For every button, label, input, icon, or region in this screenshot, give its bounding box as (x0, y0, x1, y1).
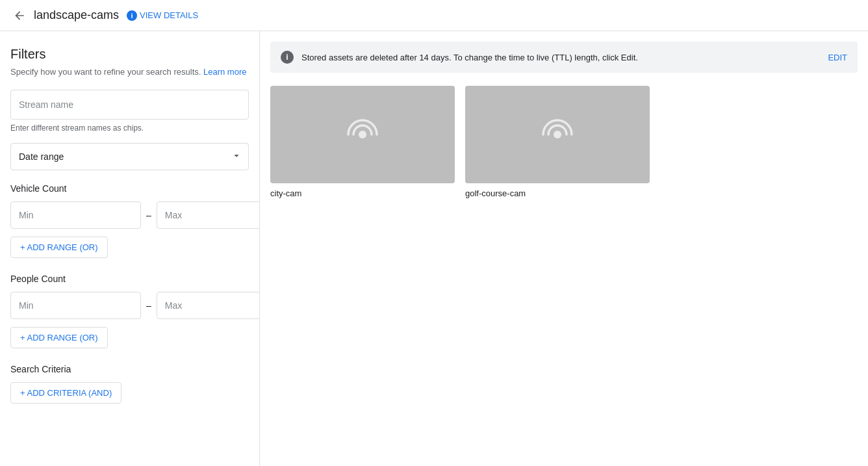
learn-more-link[interactable]: Learn more (203, 67, 246, 77)
filters-title: Filters (10, 47, 249, 62)
view-details-link[interactable]: i VIEW DETAILS (127, 10, 198, 21)
vehicle-max-input[interactable] (157, 201, 260, 229)
people-count-range: – (10, 292, 249, 319)
vehicle-count-range: – (10, 201, 249, 229)
camera-card-golf-course-cam[interactable]: golf-course-cam (465, 86, 650, 198)
add-criteria-button[interactable]: + ADD CRITERIA (AND) (10, 382, 121, 404)
camera-thumbnail (465, 86, 650, 183)
camera-name: city-cam (270, 188, 455, 198)
camera-name: golf-course-cam (465, 188, 650, 198)
info-icon: i (127, 10, 137, 21)
date-range-select[interactable]: Date range Last 24 hours Last 7 days Las… (10, 143, 249, 170)
header: landscape-cams i VIEW DETAILS (0, 0, 868, 31)
main-layout: Filters Specify how you want to refine y… (0, 31, 868, 466)
banner-edit-button[interactable]: EDIT (828, 53, 847, 62)
svg-point-1 (554, 131, 561, 138)
vehicle-min-input[interactable] (10, 201, 141, 229)
banner-info-icon: i (281, 51, 294, 64)
info-banner: i Stored assets are deleted after 14 day… (270, 42, 858, 73)
vehicle-add-range-button[interactable]: + ADD RANGE (OR) (10, 237, 108, 258)
vehicle-count-label: Vehicle Count (10, 183, 249, 194)
range-dash-2: – (146, 300, 151, 311)
people-add-range-button[interactable]: + ADD RANGE (OR) (10, 327, 108, 348)
page-title: landscape-cams (34, 8, 119, 22)
people-max-input[interactable] (157, 292, 260, 319)
main-content: i Stored assets are deleted after 14 day… (260, 31, 868, 466)
filters-subtitle: Specify how you want to refine your sear… (10, 67, 249, 77)
range-dash: – (146, 210, 151, 220)
date-range-wrapper: Date range Last 24 hours Last 7 days Las… (10, 143, 249, 170)
camera-thumbnail (270, 86, 455, 183)
camera-grid: city-cam golf-course-cam (270, 86, 858, 198)
back-button[interactable] (10, 6, 29, 25)
sidebar: Filters Specify how you want to refine y… (0, 31, 260, 466)
people-count-label: People Count (10, 274, 249, 284)
search-criteria-label: Search Criteria (10, 364, 249, 374)
svg-point-0 (359, 131, 366, 138)
people-min-input[interactable] (10, 292, 141, 319)
stream-name-helper: Enter different stream names as chips. (10, 123, 249, 133)
view-details-label: VIEW DETAILS (140, 10, 198, 20)
stream-name-input[interactable] (10, 90, 249, 120)
banner-text: Stored assets are deleted after 14 days.… (301, 53, 820, 62)
camera-card-city-cam[interactable]: city-cam (270, 86, 455, 198)
